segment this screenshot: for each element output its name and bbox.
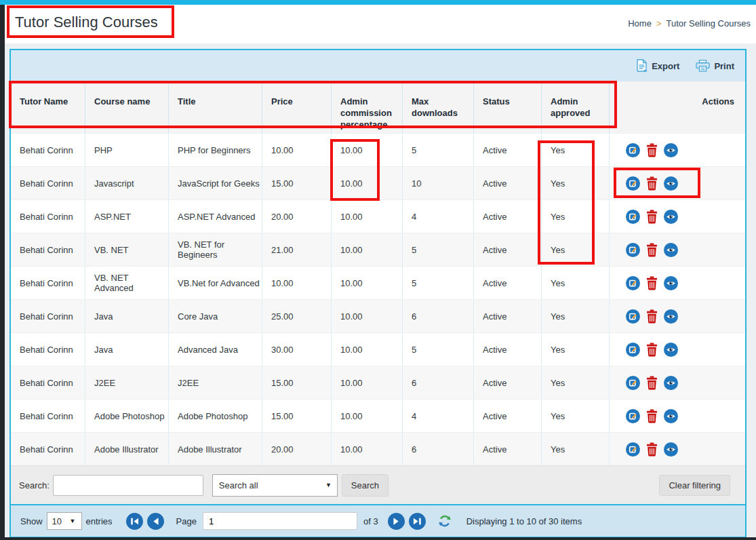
cell-commission: 10.00 (332, 300, 403, 332)
cell-approved: Yes (542, 233, 610, 266)
delete-button[interactable] (646, 309, 658, 324)
delete-icon (646, 276, 658, 290)
cell-course: Java (85, 300, 169, 332)
edit-button[interactable] (626, 376, 640, 390)
previous-page-button[interactable] (147, 513, 164, 530)
cell-title: VB.Net for Advanced (169, 267, 262, 299)
delete-button[interactable] (646, 176, 658, 191)
view-button[interactable] (664, 243, 678, 257)
edit-button[interactable] (626, 343, 640, 357)
search-button[interactable]: Search (342, 474, 389, 497)
cell-course: VB. NET (85, 233, 169, 266)
view-button[interactable] (664, 409, 678, 423)
search-bar: Search: Search all ▼ Search Clear filter… (11, 465, 745, 504)
courses-panel: Export Print Tutor NameCourse nameTitleP… (9, 49, 747, 538)
edit-button[interactable] (626, 309, 640, 324)
view-button[interactable] (664, 176, 678, 191)
first-page-button[interactable] (126, 513, 143, 530)
view-icon (664, 376, 678, 390)
cell-max_downloads: 6 (403, 300, 474, 332)
search-filter-select[interactable]: Search all ▼ (212, 474, 338, 497)
view-button[interactable] (664, 210, 678, 224)
cell-tutor: Behati Corinn (11, 400, 85, 432)
view-button[interactable] (664, 343, 678, 357)
caret-down-icon: ▼ (70, 518, 76, 524)
cell-title: Adobe Illustrator (169, 433, 262, 465)
refresh-icon (438, 514, 452, 528)
edit-button[interactable] (626, 143, 640, 157)
column-header: Course name (85, 81, 169, 133)
caret-down-icon: ▼ (325, 482, 332, 488)
next-page-button[interactable] (388, 513, 405, 530)
table-row: Behati CorinnJavaAdvanced Java30.0010.00… (11, 332, 745, 366)
delete-button[interactable] (646, 442, 658, 457)
view-icon (664, 143, 678, 157)
page-title: Tutor Selling Courses (7, 5, 174, 38)
view-icon (664, 276, 678, 290)
edit-button[interactable] (626, 409, 640, 423)
display-status: Displaying 1 to 10 of 30 items (466, 516, 582, 526)
left-edge-strip (0, 5, 5, 540)
cell-status: Active (474, 433, 542, 465)
cell-price: 25.00 (262, 300, 332, 332)
delete-button[interactable] (646, 276, 658, 290)
cell-status: Active (474, 400, 542, 432)
edit-button[interactable] (626, 243, 640, 257)
print-button[interactable]: Print (696, 60, 734, 72)
last-page-button[interactable] (409, 513, 426, 530)
cell-status: Active (474, 200, 542, 233)
cell-price: 15.00 (262, 167, 332, 199)
cell-max_downloads: 10 (403, 167, 474, 199)
cell-actions (610, 366, 745, 399)
cell-approved: Yes (542, 200, 610, 233)
clear-filtering-button[interactable]: Clear filtering (659, 475, 730, 496)
cell-commission: 10.00 (332, 134, 403, 166)
page-input[interactable] (203, 512, 357, 530)
cell-course: ASP.NET (85, 200, 169, 233)
view-button[interactable] (664, 276, 678, 290)
delete-button[interactable] (646, 376, 658, 390)
export-button[interactable]: Export (636, 59, 679, 73)
cell-commission: 10.00 (332, 433, 403, 465)
delete-icon (646, 176, 658, 191)
cell-price: 15.00 (262, 400, 332, 432)
view-button[interactable] (664, 309, 678, 324)
cell-actions (610, 300, 745, 332)
cell-course: VB. NET Advanced (85, 267, 169, 299)
cell-title: JavaScript for Geeks (169, 167, 262, 199)
delete-button[interactable] (646, 210, 658, 224)
delete-icon (646, 376, 658, 390)
edit-button[interactable] (626, 442, 640, 457)
refresh-button[interactable] (438, 514, 452, 528)
search-input[interactable] (53, 475, 203, 496)
view-button[interactable] (664, 442, 678, 457)
last-page-icon (409, 513, 426, 530)
delete-button[interactable] (646, 143, 658, 157)
cell-actions (610, 267, 745, 299)
edit-button[interactable] (626, 210, 640, 224)
cell-price: 10.00 (262, 267, 332, 299)
breadcrumb-home-link[interactable]: Home (628, 18, 652, 28)
entries-select[interactable]: 10 ▼ (47, 512, 82, 530)
cell-tutor: Behati Corinn (11, 167, 85, 199)
edit-button[interactable] (626, 276, 640, 290)
cell-actions (610, 200, 745, 233)
delete-button[interactable] (646, 243, 658, 257)
cell-max_downloads: 4 (403, 200, 474, 233)
cell-max_downloads: 5 (403, 333, 474, 366)
table-row: Behati CorinnASP.NETASP.NET Advanced20.0… (11, 199, 745, 233)
delete-icon (646, 409, 658, 423)
delete-button[interactable] (646, 343, 658, 357)
export-label: Export (652, 61, 679, 71)
cell-max_downloads: 6 (403, 366, 474, 399)
column-header: Admin approved (542, 81, 610, 133)
edit-icon (626, 376, 640, 390)
cell-tutor: Behati Corinn (11, 300, 85, 332)
edit-icon (626, 243, 640, 257)
edit-button[interactable] (626, 176, 640, 191)
cell-status: Active (474, 134, 542, 166)
view-button[interactable] (664, 143, 678, 157)
breadcrumb-separator-icon: > (656, 18, 662, 28)
delete-button[interactable] (646, 409, 658, 423)
view-button[interactable] (664, 376, 678, 390)
